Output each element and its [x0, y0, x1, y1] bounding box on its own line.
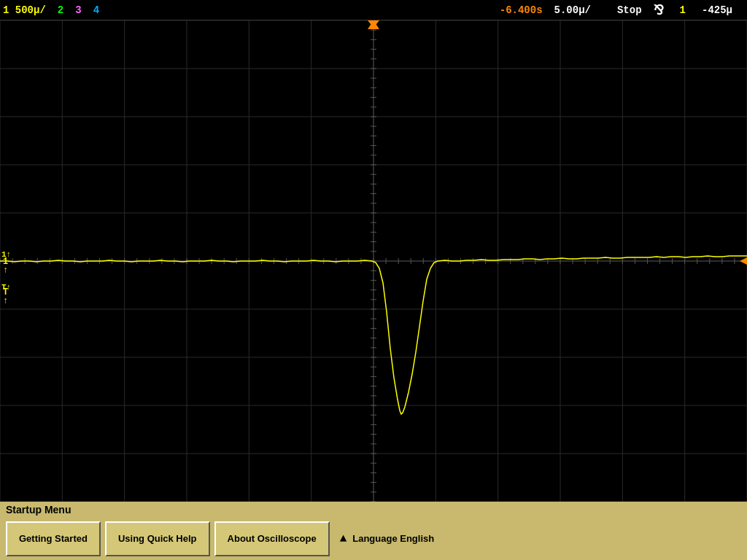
- language-label: Language English: [352, 532, 434, 545]
- trigger-channel: 1: [680, 4, 686, 16]
- ch1-status: 1 500μ/: [3, 4, 46, 16]
- trigger-icon: ⅋: [654, 2, 664, 18]
- waveform-line: [0, 256, 747, 414]
- stop-status: Stop: [617, 4, 642, 16]
- startup-menu-label: Startup Menu: [0, 502, 747, 518]
- quick-help-button[interactable]: Using Quick Help: [105, 521, 210, 556]
- time-div: 5.00μ/: [554, 4, 591, 16]
- trigger-source-marker: T↑: [1, 283, 11, 292]
- oscilloscope-screen: 1↑ T↑: [0, 20, 747, 502]
- language-arrow-icon: ▲: [340, 532, 347, 545]
- trigger-level: -425μ: [702, 4, 732, 16]
- getting-started-button[interactable]: Getting Started: [6, 521, 101, 556]
- menu-buttons-row: Getting Started Using Quick Help About O…: [0, 518, 747, 560]
- ch1-position-marker: 1↑: [1, 250, 11, 259]
- about-oscilloscope-button[interactable]: About Oscilloscope: [214, 521, 330, 556]
- bottom-panel: Startup Menu Getting Started Using Quick…: [0, 502, 747, 560]
- language-section: ▲ Language English: [340, 532, 435, 545]
- ch2-status: 2: [58, 4, 63, 16]
- ch4-status: 4: [93, 4, 99, 16]
- status-bar: 1 500μ/ 2 3 4 -6.400s 5.00μ/ Stop ⅋ 1 -4…: [0, 0, 747, 20]
- trigger-position-marker: [368, 20, 379, 28]
- ch3-status: 3: [75, 4, 81, 16]
- trigger-position: -6.400s: [500, 4, 543, 16]
- waveform-display: [0, 20, 747, 502]
